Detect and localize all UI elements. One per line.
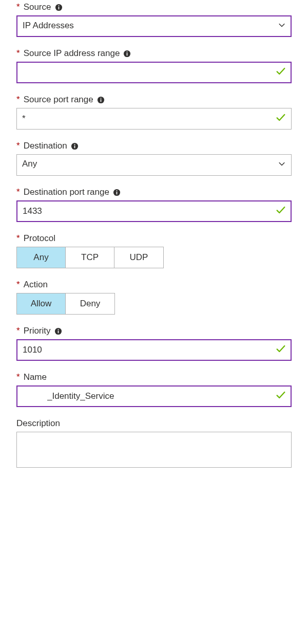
required-asterisk: * bbox=[16, 372, 20, 382]
required-asterisk: * bbox=[16, 280, 20, 290]
info-icon[interactable] bbox=[123, 50, 131, 58]
input-name[interactable] bbox=[16, 385, 292, 407]
label-source-text: Source bbox=[24, 2, 51, 12]
input-name-wrap bbox=[16, 385, 292, 407]
label-action-text: Action bbox=[24, 280, 48, 290]
required-asterisk: * bbox=[16, 233, 20, 244]
info-icon[interactable] bbox=[54, 327, 62, 335]
field-priority: * Priority bbox=[16, 326, 292, 361]
label-destination-text: Destination bbox=[24, 141, 67, 151]
segmented-action: Allow Deny bbox=[16, 293, 115, 315]
field-destination-port-range: * Destination port range bbox=[16, 187, 292, 222]
segmented-protocol: Any TCP UDP bbox=[16, 247, 164, 268]
svg-rect-4 bbox=[127, 53, 128, 56]
input-source-ip-range[interactable] bbox=[16, 62, 292, 83]
label-priority: * Priority bbox=[16, 326, 292, 336]
label-source-ip-range: * Source IP address range bbox=[16, 48, 292, 59]
label-protocol-text: Protocol bbox=[24, 233, 55, 244]
label-name-text: Name bbox=[24, 372, 47, 382]
label-name: * Name bbox=[16, 372, 292, 382]
field-source-ip-range: * Source IP address range bbox=[16, 48, 292, 83]
field-source-port-range: * Source port range bbox=[16, 95, 292, 130]
label-source: * Source bbox=[16, 2, 292, 12]
input-source-port-range-wrap bbox=[16, 108, 292, 130]
svg-rect-10 bbox=[74, 145, 75, 148]
select-source-wrap: IP Addresses bbox=[16, 15, 292, 37]
label-action: * Action bbox=[16, 280, 292, 290]
input-priority-wrap bbox=[16, 339, 292, 361]
svg-rect-2 bbox=[58, 5, 59, 6]
textarea-description-wrap bbox=[16, 432, 292, 470]
svg-rect-5 bbox=[127, 51, 128, 52]
svg-rect-14 bbox=[117, 190, 118, 191]
action-option-deny[interactable]: Deny bbox=[66, 293, 114, 314]
info-icon[interactable] bbox=[55, 4, 63, 11]
field-source: * Source IP Addresses bbox=[16, 2, 292, 37]
svg-rect-13 bbox=[117, 192, 118, 194]
required-asterisk: * bbox=[16, 326, 20, 336]
label-priority-text: Priority bbox=[24, 326, 51, 336]
input-destination-port-range[interactable] bbox=[16, 200, 292, 222]
svg-rect-16 bbox=[57, 330, 59, 333]
protocol-option-udp[interactable]: UDP bbox=[114, 247, 163, 268]
label-description-text: Description bbox=[16, 418, 60, 429]
protocol-option-tcp[interactable]: TCP bbox=[66, 247, 114, 268]
action-option-allow[interactable]: Allow bbox=[17, 293, 66, 314]
required-asterisk: * bbox=[16, 187, 20, 197]
select-source[interactable]: IP Addresses bbox=[16, 15, 292, 37]
required-asterisk: * bbox=[16, 48, 20, 59]
select-source-value: IP Addresses bbox=[23, 21, 74, 30]
label-source-ip-range-text: Source IP address range bbox=[24, 48, 120, 59]
required-asterisk: * bbox=[16, 95, 20, 105]
label-source-port-range: * Source port range bbox=[16, 95, 292, 105]
field-name: * Name bbox=[16, 372, 292, 407]
label-destination: * Destination bbox=[16, 141, 292, 151]
input-priority[interactable] bbox=[16, 339, 292, 361]
field-description: Description bbox=[16, 418, 292, 470]
select-destination-value: Any bbox=[22, 159, 37, 169]
required-asterisk: * bbox=[16, 141, 20, 151]
textarea-description[interactable] bbox=[16, 432, 292, 468]
svg-rect-1 bbox=[58, 7, 59, 9]
input-source-port-range[interactable] bbox=[16, 108, 292, 130]
info-icon[interactable] bbox=[71, 142, 79, 150]
svg-rect-11 bbox=[74, 144, 75, 145]
field-action: * Action Allow Deny bbox=[16, 280, 292, 315]
select-destination-wrap: Any bbox=[16, 154, 292, 176]
label-description: Description bbox=[16, 418, 292, 429]
svg-rect-8 bbox=[100, 98, 101, 99]
label-protocol: * Protocol bbox=[16, 233, 292, 244]
label-source-port-range-text: Source port range bbox=[24, 95, 93, 105]
info-icon[interactable] bbox=[97, 96, 105, 104]
label-destination-port-range: * Destination port range bbox=[16, 187, 292, 197]
select-destination[interactable]: Any bbox=[16, 154, 292, 176]
svg-rect-17 bbox=[57, 329, 59, 330]
input-destination-port-range-wrap bbox=[16, 200, 292, 222]
label-destination-port-range-text: Destination port range bbox=[24, 187, 109, 197]
required-asterisk: * bbox=[16, 2, 20, 12]
field-destination: * Destination Any bbox=[16, 141, 292, 176]
svg-rect-7 bbox=[100, 99, 101, 102]
info-icon[interactable] bbox=[113, 189, 121, 196]
protocol-option-any[interactable]: Any bbox=[17, 247, 66, 268]
field-protocol: * Protocol Any TCP UDP bbox=[16, 233, 292, 268]
input-source-ip-range-wrap bbox=[16, 62, 292, 83]
